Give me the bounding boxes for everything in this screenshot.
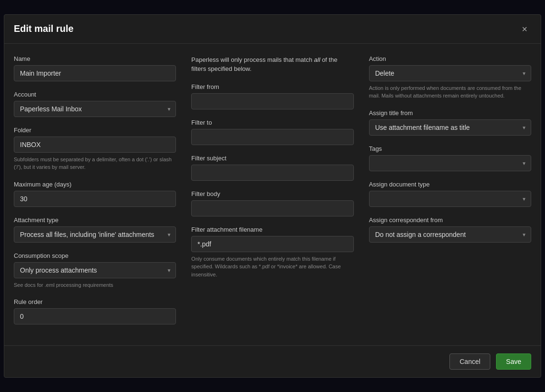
account-select[interactable]: Paperless Mail Inbox bbox=[14, 101, 176, 117]
filter-body-label: Filter body bbox=[191, 190, 353, 197]
filter-to-input[interactable] bbox=[191, 129, 353, 145]
filter-header-text: Paperless will only process mails that m… bbox=[191, 55, 353, 74]
modal-overlay: Edit mail rule × Name Account Paperless … bbox=[0, 0, 545, 392]
cancel-button[interactable]: Cancel bbox=[449, 353, 490, 370]
folder-label: Folder bbox=[14, 127, 176, 134]
rule-order-group: Rule order bbox=[14, 298, 176, 324]
assign-correspondent-label: Assign correspondent from bbox=[369, 216, 531, 224]
modal-body: Name Account Paperless Mail Inbox Folder… bbox=[4, 44, 541, 346]
assign-doc-type-select[interactable] bbox=[369, 191, 531, 207]
action-select-wrapper: Delete Mark as read Move to folder Nothi… bbox=[369, 65, 531, 81]
filter-attachment-hint: Only consume documents which entirely ma… bbox=[191, 255, 353, 279]
consumption-scope-select-wrapper: Only process attachments Process all bbox=[14, 262, 176, 278]
left-column: Name Account Paperless Mail Inbox Folder… bbox=[14, 55, 176, 334]
consumption-scope-hint: See docs for .eml processing requirement… bbox=[14, 281, 176, 289]
right-column: Action Delete Mark as read Move to folde… bbox=[369, 55, 531, 334]
filter-from-label: Filter from bbox=[191, 83, 353, 90]
assign-title-select[interactable]: Use attachment filename as title Use sub… bbox=[369, 119, 531, 136]
filter-body-group: Filter body bbox=[191, 190, 353, 216]
action-label: Action bbox=[369, 55, 531, 62]
account-group: Account Paperless Mail Inbox bbox=[14, 91, 176, 117]
filter-from-group: Filter from bbox=[191, 83, 353, 109]
filter-to-group: Filter to bbox=[191, 119, 353, 145]
filter-from-input[interactable] bbox=[191, 93, 353, 109]
max-age-group: Maximum age (days) bbox=[14, 181, 176, 207]
rule-order-input[interactable] bbox=[14, 308, 176, 324]
assign-correspondent-select[interactable]: Do not assign a correspondent From 'From… bbox=[369, 226, 531, 243]
edit-mail-rule-modal: Edit mail rule × Name Account Paperless … bbox=[4, 14, 541, 378]
modal-header: Edit mail rule × bbox=[4, 15, 541, 44]
max-age-input[interactable] bbox=[14, 191, 176, 207]
action-hint: Action is only performed when documents … bbox=[369, 84, 531, 100]
rule-order-label: Rule order bbox=[14, 298, 176, 305]
attachment-type-select[interactable]: Process all files, including 'inline' at… bbox=[14, 226, 176, 243]
assign-doc-type-group: Assign document type bbox=[369, 181, 531, 207]
action-group: Action Delete Mark as read Move to folde… bbox=[369, 55, 531, 100]
modal-footer: Cancel Save bbox=[4, 345, 541, 377]
assign-doc-type-label: Assign document type bbox=[369, 181, 531, 188]
consumption-scope-label: Consumption scope bbox=[14, 252, 176, 259]
attachment-type-label: Attachment type bbox=[14, 216, 176, 224]
filter-subject-input[interactable] bbox=[191, 165, 353, 181]
filter-subject-group: Filter subject bbox=[191, 155, 353, 181]
max-age-label: Maximum age (days) bbox=[14, 181, 176, 188]
tags-label: Tags bbox=[369, 145, 531, 152]
account-select-wrapper: Paperless Mail Inbox bbox=[14, 101, 176, 117]
account-label: Account bbox=[14, 91, 176, 98]
folder-hint: Subfolders must be separated by a delimi… bbox=[14, 156, 176, 171]
folder-input[interactable] bbox=[14, 137, 176, 153]
tags-select-wrapper bbox=[369, 155, 531, 171]
name-group: Name bbox=[14, 55, 176, 81]
filter-header-em: all bbox=[314, 56, 320, 63]
assign-correspondent-select-wrapper: Do not assign a correspondent From 'From… bbox=[369, 226, 531, 243]
assign-correspondent-group: Assign correspondent from Do not assign … bbox=[369, 216, 531, 243]
filter-attachment-group: Filter attachment filename Only consume … bbox=[191, 226, 353, 279]
filter-to-label: Filter to bbox=[191, 119, 353, 126]
attachment-type-select-wrapper: Process all files, including 'inline' at… bbox=[14, 226, 176, 243]
filter-body-input[interactable] bbox=[191, 200, 353, 216]
tags-group: Tags bbox=[369, 145, 531, 171]
action-select[interactable]: Delete Mark as read Move to folder Nothi… bbox=[369, 65, 531, 81]
close-button[interactable]: × bbox=[518, 22, 531, 36]
filter-subject-label: Filter subject bbox=[191, 155, 353, 162]
modal-title: Edit mail rule bbox=[14, 23, 74, 34]
assign-doc-type-select-wrapper bbox=[369, 191, 531, 207]
filter-attachment-input[interactable] bbox=[191, 236, 353, 252]
assign-title-label: Assign title from bbox=[369, 109, 531, 117]
attachment-type-group: Attachment type Process all files, inclu… bbox=[14, 216, 176, 243]
middle-column: Paperless will only process mails that m… bbox=[191, 55, 353, 334]
folder-group: Folder Subfolders must be separated by a… bbox=[14, 127, 176, 171]
assign-title-select-wrapper: Use attachment filename as title Use sub… bbox=[369, 119, 531, 136]
filter-header-pre: Paperless will only process mails that m… bbox=[191, 56, 314, 63]
save-button[interactable]: Save bbox=[496, 353, 531, 370]
filter-attachment-label: Filter attachment filename bbox=[191, 226, 353, 233]
assign-title-group: Assign title from Use attachment filenam… bbox=[369, 109, 531, 136]
name-input[interactable] bbox=[14, 65, 176, 81]
consumption-scope-group: Consumption scope Only process attachmen… bbox=[14, 252, 176, 289]
consumption-scope-select[interactable]: Only process attachments Process all bbox=[14, 262, 176, 278]
name-label: Name bbox=[14, 55, 176, 62]
tags-select[interactable] bbox=[369, 155, 531, 171]
